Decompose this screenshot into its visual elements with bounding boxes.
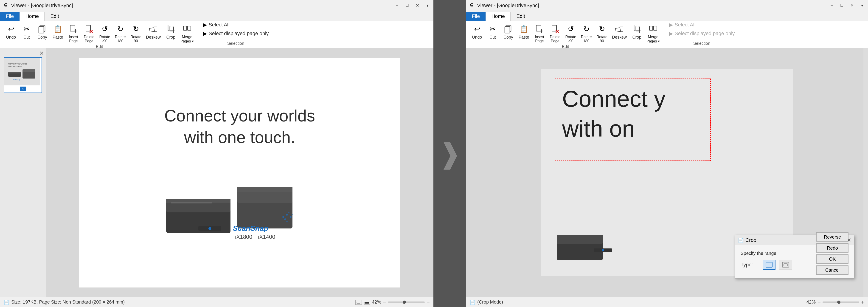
delete-page-button-right[interactable]: DeletePage bbox=[548, 23, 562, 44]
rotate-180-button-right[interactable]: ↻ Rotate180 bbox=[579, 23, 594, 44]
page-view-icon-2[interactable]: ▬ bbox=[364, 300, 370, 305]
right-scanner-partial bbox=[555, 216, 647, 262]
svg-text:ScanSnap: ScanSnap bbox=[233, 224, 268, 233]
rotate-neg90-label-left: Rotate-90 bbox=[99, 35, 110, 43]
merge-pages-icon-left bbox=[182, 24, 193, 34]
rotate-neg90-button-left[interactable]: ↺ Rotate-90 bbox=[97, 23, 112, 44]
tab-edit-right[interactable]: Edit bbox=[510, 12, 531, 21]
svg-point-40 bbox=[282, 216, 284, 218]
tab-file-right[interactable]: File bbox=[466, 12, 486, 21]
crop-label-left: Crop bbox=[166, 35, 176, 40]
insert-page-button-left[interactable]: InsertPage bbox=[66, 23, 81, 44]
right-title-bar-controls: − □ ✕ ▾ bbox=[829, 2, 865, 9]
crop-icon-right bbox=[631, 24, 642, 34]
title-bar-controls-left: − □ ✕ ▾ bbox=[394, 2, 431, 9]
merge-pages-label-right: MergePages ▾ bbox=[647, 35, 660, 43]
thumbnail-close-button[interactable]: ✕ bbox=[39, 50, 44, 57]
cut-label-left: Cut bbox=[23, 35, 30, 40]
svg-text:Connect your worlds: Connect your worlds bbox=[8, 63, 27, 65]
merge-pages-button-left[interactable]: MergePages ▾ bbox=[179, 23, 195, 44]
select-page-icon-right: ▶ bbox=[669, 30, 673, 37]
left-zoom-slider[interactable] bbox=[388, 302, 425, 303]
deskew-button-right[interactable]: Deskew bbox=[610, 23, 628, 41]
tab-home-right[interactable]: Home bbox=[486, 12, 510, 21]
dialog-type-label: Type: bbox=[741, 262, 759, 268]
right-window-title: Viewer - [GoogleDriveSync] bbox=[477, 2, 539, 8]
right-zoom-slider[interactable] bbox=[823, 302, 859, 303]
crop-button-right[interactable]: Crop bbox=[629, 23, 644, 41]
paste-button-right[interactable]: 📋 Paste bbox=[517, 23, 531, 41]
app-icon-left: 🖨 bbox=[3, 2, 9, 9]
deskew-button-left[interactable]: Deskew bbox=[144, 23, 162, 41]
minimize-button-right[interactable]: − bbox=[829, 2, 835, 9]
dialog-action-buttons: Reverse Redo OK Cancel bbox=[816, 233, 848, 275]
delete-page-button-left[interactable]: DeletePage bbox=[82, 23, 96, 44]
svg-rect-31 bbox=[171, 202, 212, 204]
cut-button-right[interactable]: ✂ Cut bbox=[485, 23, 500, 41]
deskew-label-right: Deskew bbox=[612, 35, 627, 40]
rotate-180-icon-right: ↻ bbox=[581, 24, 592, 34]
reverse-button[interactable]: Reverse bbox=[816, 233, 848, 242]
copy-button-left[interactable]: Copy bbox=[35, 23, 50, 41]
close-button-left[interactable]: ✕ bbox=[414, 2, 421, 9]
maximize-button-left[interactable]: □ bbox=[404, 2, 410, 9]
left-viewer-area[interactable]: Connect your worlds with one touch. bbox=[46, 48, 433, 297]
right-viewer-area[interactable]: Connect y with on bbox=[466, 48, 868, 297]
select-page-item-right[interactable]: ▶ Select displayed page only bbox=[669, 30, 735, 37]
svg-rect-70 bbox=[766, 262, 772, 267]
app-icon-right: 🖨 bbox=[469, 2, 475, 9]
select-page-item-left[interactable]: ▶ Select displayed page only bbox=[203, 30, 269, 37]
close-button-right[interactable]: ✕ bbox=[849, 2, 855, 9]
left-zoom-minus[interactable]: − bbox=[383, 299, 386, 305]
left-zoom-thumb[interactable] bbox=[403, 301, 406, 304]
type-button-1[interactable] bbox=[763, 260, 775, 270]
undo-button-right[interactable]: ↩ Undo bbox=[470, 23, 485, 41]
crop-button-left[interactable]: Crop bbox=[163, 23, 178, 41]
left-zoom-plus[interactable]: + bbox=[427, 299, 430, 305]
tab-file-left[interactable]: File bbox=[0, 12, 20, 21]
type-button-2[interactable] bbox=[779, 260, 792, 270]
paste-button-left[interactable]: 📋 Paste bbox=[51, 23, 65, 41]
dialog-close-button[interactable]: ✕ bbox=[847, 237, 851, 243]
merge-pages-button-right[interactable]: MergePages ▾ bbox=[645, 23, 661, 44]
rotate-90-button-right[interactable]: ↻ Rotate90 bbox=[595, 23, 609, 44]
select-all-item-right[interactable]: ▶ Select All bbox=[669, 22, 735, 28]
svg-rect-24 bbox=[23, 69, 35, 72]
paste-label-left: Paste bbox=[53, 35, 63, 40]
right-ribbon-toolbar: ↩ Undo ✂ Cut Copy bbox=[466, 21, 868, 48]
chevron-left[interactable]: ▾ bbox=[424, 2, 431, 9]
select-all-label-left: Select All bbox=[209, 22, 229, 28]
thumbnail-item-1[interactable]: Connect your worlds with one touch. Scan… bbox=[4, 57, 42, 93]
right-zoom-thumb[interactable] bbox=[837, 301, 840, 304]
rotate-180-button-left[interactable]: ↻ Rotate180 bbox=[113, 23, 128, 44]
left-status-left: 📄 Size: 197KB, Page Size: Non Standard (… bbox=[4, 300, 350, 305]
svg-rect-22 bbox=[8, 72, 21, 73]
copy-button-right[interactable]: Copy bbox=[501, 23, 516, 41]
select-all-item-left[interactable]: ▶ Select All bbox=[203, 22, 269, 28]
tab-edit-left[interactable]: Edit bbox=[44, 12, 65, 21]
right-scrollbar[interactable] bbox=[863, 48, 868, 297]
undo-button-left[interactable]: ↩ Undo bbox=[4, 23, 19, 41]
left-status-right: ▭ ▬ 42% − + bbox=[355, 299, 430, 305]
delete-page-icon-left bbox=[84, 24, 95, 34]
tab-home-left[interactable]: Home bbox=[20, 12, 44, 21]
minimize-button-left[interactable]: − bbox=[394, 2, 400, 9]
select-all-icon-right: ▶ bbox=[669, 22, 673, 28]
redo-button[interactable]: Redo bbox=[816, 243, 848, 253]
cancel-button[interactable]: Cancel bbox=[816, 266, 848, 275]
rotate-neg90-button-right[interactable]: ↺ Rotate-90 bbox=[563, 23, 578, 44]
cut-button-left[interactable]: ✂ Cut bbox=[19, 23, 34, 41]
rotate-90-button-left[interactable]: ↻ Rotate90 bbox=[129, 23, 143, 44]
right-zoom-plus[interactable]: + bbox=[861, 299, 864, 305]
ok-button[interactable]: OK bbox=[816, 254, 848, 264]
chevron-right[interactable]: ▾ bbox=[859, 2, 865, 9]
maximize-button-right[interactable]: □ bbox=[839, 2, 845, 9]
select-all-label-right: Select All bbox=[675, 22, 695, 28]
rotate-90-icon-left: ↻ bbox=[130, 24, 142, 34]
right-zoom-minus[interactable]: − bbox=[817, 299, 821, 305]
page-view-icon-1[interactable]: ▭ bbox=[355, 300, 362, 305]
cut-icon-left: ✂ bbox=[21, 24, 32, 34]
insert-page-button-right[interactable]: InsertPage bbox=[532, 23, 547, 44]
svg-rect-67 bbox=[557, 235, 603, 244]
left-scanner-svg: ScanSnap iX1800 iX1400 bbox=[159, 153, 320, 240]
